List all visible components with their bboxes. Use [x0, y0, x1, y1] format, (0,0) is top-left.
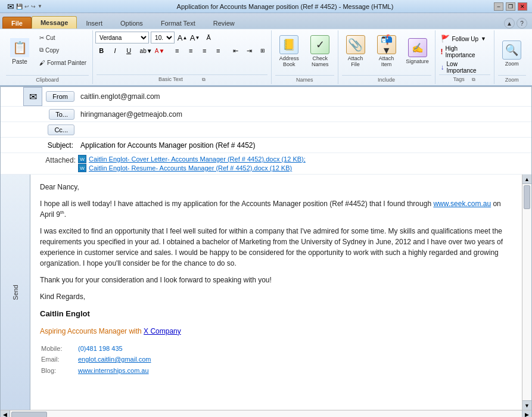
sig-email-link[interactable]: englot.caitlin@gmail.com: [78, 356, 151, 363]
scroll-thumb[interactable]: [524, 185, 530, 209]
cut-button[interactable]: ✂ Cut: [36, 32, 89, 43]
quick-access-redo[interactable]: ↪: [31, 4, 36, 10]
tab-review[interactable]: Review: [204, 17, 244, 29]
attach-file-button[interactable]: 📎 Attach File: [341, 32, 370, 71]
decrease-font-button[interactable]: A▼: [189, 32, 201, 43]
scroll-left-button[interactable]: ◀: [1, 410, 10, 418]
format-painter-icon: 🖌: [39, 60, 45, 66]
tab-message[interactable]: Message: [32, 16, 77, 29]
attach-item-button[interactable]: 📬▼ Attach Item: [372, 32, 401, 71]
subject-row: Subject:: [1, 138, 531, 153]
align-left-button[interactable]: ≡: [171, 45, 183, 57]
zoom-icon: 🔍: [502, 41, 521, 60]
highlight-button[interactable]: ab▼: [140, 45, 152, 57]
zoom-button[interactable]: 🔍 Zoom: [497, 34, 526, 73]
indent-decrease-button[interactable]: ⇤: [229, 45, 241, 57]
bold-button[interactable]: B: [95, 45, 107, 57]
attach-file-icon: 📎: [346, 35, 365, 54]
indent-increase-button[interactable]: ⇥: [243, 45, 255, 57]
check-names-button[interactable]: ✓ Check Names: [306, 32, 334, 71]
text-expand-button[interactable]: ⊞: [257, 45, 269, 57]
tags-label: Tags ⧉: [439, 74, 490, 83]
attached-row: Attached: W Caitlin Englot- Cover Letter…: [1, 153, 531, 175]
horizontal-scroll-thumb[interactable]: [11, 412, 47, 418]
cc-value[interactable]: [78, 128, 531, 132]
tags-group: 🚩 Follow Up ▼ ! High Importance ↓ Low Im…: [435, 30, 494, 84]
zoom-group: 🔍 Zoom Zoom: [494, 30, 530, 84]
justify-button[interactable]: ≡: [212, 45, 224, 57]
quick-access-save[interactable]: 💾: [16, 4, 23, 10]
send-button[interactable]: Send: [1, 175, 30, 410]
address-book-icon: 📒: [279, 35, 298, 54]
horizontal-scroll-track: [10, 410, 522, 418]
format-painter-button[interactable]: 🖌 Format Painter: [36, 57, 89, 69]
include-label: Include: [342, 75, 431, 83]
from-button[interactable]: From: [46, 91, 74, 102]
tab-options[interactable]: Options: [111, 17, 152, 29]
align-center-button[interactable]: ≡: [185, 45, 197, 57]
cut-icon: ✂: [39, 35, 44, 41]
font-color-button[interactable]: A▼: [154, 45, 166, 57]
copy-button[interactable]: ⧉ Copy: [36, 44, 89, 56]
align-right-button[interactable]: ≡: [198, 45, 210, 57]
scroll-down-button[interactable]: ▼: [522, 400, 531, 410]
help-button[interactable]: ?: [517, 18, 527, 29]
subject-input[interactable]: [78, 139, 531, 151]
attached-files: W Caitlin Englot- Cover Letter- Accounts…: [78, 155, 306, 172]
increase-font-button[interactable]: A▲: [176, 32, 188, 43]
to-button[interactable]: To...: [49, 109, 74, 120]
minimize-button[interactable]: –: [494, 2, 503, 11]
cc-button[interactable]: Cc...: [48, 125, 74, 135]
horizontal-scrollbar[interactable]: ◀ ▶: [1, 410, 531, 417]
paste-icon: 📋: [10, 38, 29, 57]
subject-label: Subject:: [48, 141, 73, 150]
restore-button[interactable]: ❐: [506, 2, 515, 11]
ribbon-tab-bar: File Message Insert Options Format Text …: [0, 13, 532, 29]
basic-text-group: Verdana 10.5 A▲ A▼ Ā B I U ab▼: [93, 30, 272, 84]
tags-expand-icon[interactable]: ⧉: [472, 77, 475, 82]
scroll-up-button[interactable]: ▲: [522, 175, 531, 184]
email-container: ✉ From caitlin.englot@gmail.com To... hi…: [0, 86, 532, 417]
seek-link[interactable]: www.seek.com.au: [433, 200, 491, 208]
tab-insert[interactable]: Insert: [77, 17, 111, 29]
ribbon-content: 📋 Paste ✂ Cut ⧉ Copy 🖌 Format: [0, 29, 532, 85]
scroll-right-button[interactable]: ▶: [522, 410, 531, 418]
from-value: caitlin.englot@gmail.com: [78, 91, 531, 102]
tab-file[interactable]: File: [2, 17, 32, 29]
high-importance-button[interactable]: ! High Importance: [439, 45, 490, 59]
font-family-select[interactable]: Verdana: [95, 32, 149, 43]
clear-formatting-button[interactable]: Ā: [203, 32, 214, 43]
address-book-button[interactable]: 📒 Address Book: [275, 32, 303, 71]
quick-access-undo[interactable]: ↩: [24, 4, 29, 10]
email-body[interactable]: Dear Nancy, I hope all is well today! I …: [30, 175, 522, 410]
close-button[interactable]: ✕: [518, 2, 527, 11]
signature-button[interactable]: ✍ Signature: [403, 32, 432, 71]
low-importance-button[interactable]: ↓ Low Importance: [439, 60, 490, 74]
attachment-1[interactable]: W Caitlin Englot- Cover Letter- Accounts…: [78, 155, 306, 163]
quick-access-more[interactable]: ▼: [38, 4, 42, 9]
zoom-label: Zoom: [498, 75, 526, 83]
vertical-scrollbar[interactable]: ▲ ▼: [522, 175, 531, 410]
to-value[interactable]: hiringmanager@getmeajob.com: [78, 108, 531, 120]
ribbon: File Message Insert Options Format Text …: [0, 13, 532, 86]
sig-mobile-label: Mobile:: [41, 344, 77, 354]
tab-format-text[interactable]: Format Text: [152, 17, 204, 29]
file-icon-2: W: [78, 164, 86, 172]
sig-email-label: Email:: [41, 354, 77, 365]
basic-text-expand-icon[interactable]: ⧉: [202, 77, 206, 82]
follow-up-icon: 🚩: [441, 35, 450, 43]
attachment-2[interactable]: W Caitlin Englot- Resume- Accounts Manag…: [78, 164, 306, 172]
company-link[interactable]: X Company: [144, 327, 181, 335]
paste-button[interactable]: 📋 Paste: [5, 32, 34, 71]
send-icon: ✉: [23, 87, 42, 106]
follow-up-button[interactable]: 🚩 Follow Up ▼: [439, 34, 488, 43]
high-importance-icon: !: [441, 48, 443, 56]
copy-icon: ⧉: [39, 46, 43, 54]
italic-button[interactable]: I: [109, 45, 121, 57]
sig-blog-link[interactable]: www.internships.com.au: [78, 367, 149, 374]
body-paragraph-2: I was excited to find an opportunity tha…: [40, 226, 512, 269]
font-size-select[interactable]: 10.5: [151, 32, 175, 43]
follow-up-dropdown-icon[interactable]: ▼: [481, 36, 486, 42]
underline-button[interactable]: U: [123, 45, 135, 57]
collapse-ribbon-button[interactable]: ▲: [504, 18, 515, 29]
